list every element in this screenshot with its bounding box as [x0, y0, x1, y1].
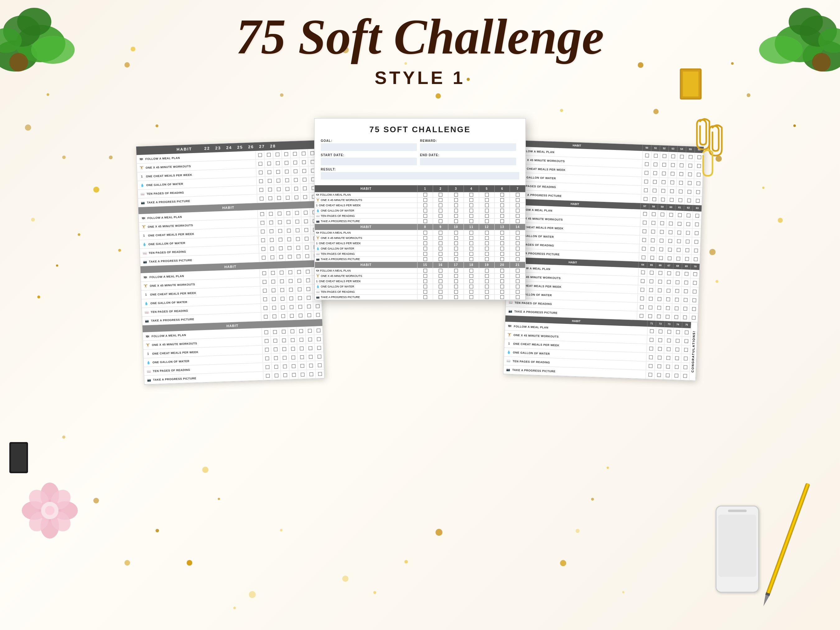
goal-field: GOAL:	[321, 139, 417, 151]
end-date-label: END DATE:	[420, 153, 516, 157]
svg-point-5	[17, 8, 51, 36]
center-row-1-3: 1ONE CHEAT MEALS PER WEEK	[315, 203, 526, 208]
plant-top-left	[0, 0, 90, 81]
center-th-1: 1	[417, 185, 433, 192]
end-date-field: END DATE:	[420, 153, 516, 165]
center-habit-1-1: 🍽FOLLOW A MEAL PLAN	[315, 192, 417, 197]
center-habit-1-2: 🏋ONE X 45 MINUTE WORKOUTS	[315, 197, 417, 203]
svg-point-6	[9, 53, 28, 71]
form-row-2: START DATE: END DATE:	[321, 153, 519, 165]
center-row-2-6: 📷TAKE A PROGRESS PICTURE	[315, 257, 526, 262]
svg-point-24	[45, 506, 54, 515]
subtitle: STYLE 1	[0, 67, 840, 88]
svg-point-10	[759, 36, 803, 64]
goal-input[interactable]	[321, 144, 417, 151]
center-section-3: HABIT 15161718192021	[315, 262, 526, 268]
form-row-3: RESULT:	[321, 168, 519, 180]
center-row-2-5: 📖TEN PAGES OF READING	[315, 251, 526, 257]
center-habit-1-5: 📖TEN PAGES OF READING	[315, 213, 417, 219]
end-date-input[interactable]	[420, 158, 516, 165]
center-title: 75 SOFT CHALLENGE	[314, 118, 526, 139]
center-row-1-6: 📷TAKE A PROGRESS PICTURE	[315, 219, 526, 224]
center-row-1-5: 📖TEN PAGES OF READING	[315, 213, 526, 219]
result-input[interactable]	[321, 172, 519, 180]
start-date-label: START DATE:	[321, 153, 417, 157]
left-document: HABIT 22 23 24 25 26 27 28 🍽FOLLOW A MEA…	[136, 140, 324, 385]
center-document: 75 SOFT CHALLENGE GOAL: REWARD: START DA…	[314, 118, 526, 300]
binder-clip-left	[6, 442, 31, 474]
svg-point-3	[31, 36, 75, 64]
form-row-1: GOAL: REWARD:	[321, 139, 519, 151]
center-th-6: 6	[494, 185, 510, 192]
center-row-1-4: 💧ONE GALLON OF WATER	[315, 208, 526, 213]
center-th-5: 5	[479, 185, 495, 192]
center-th-3: 3	[448, 185, 464, 192]
reward-label: REWARD:	[420, 139, 516, 142]
svg-rect-26	[11, 444, 27, 472]
title-area: 75 Soft Challenge STYLE 1	[0, 9, 840, 88]
binder-clip-gold	[678, 68, 703, 101]
right-document: HABIT 50 51 52 53 54 55 56 🍽FOLLOW A MEA…	[503, 140, 704, 381]
center-row-3-5: 📖TEN PAGES OF READING	[315, 289, 526, 295]
center-th-7: 7	[510, 185, 526, 192]
center-habit-1-4: 💧ONE GALLON OF WATER	[315, 208, 417, 213]
center-row-3-6: 📷TAKE A PROGRESS PICTURE	[315, 295, 526, 300]
center-row-3-2: 🏋ONE X 45 MINUTE WORKOUTS	[315, 273, 526, 279]
phone-decoration	[715, 505, 759, 593]
center-section-2: HABIT 891011121314	[315, 224, 526, 230]
start-date-input[interactable]	[321, 158, 417, 165]
paper-clips	[694, 118, 731, 182]
center-table: HABIT 1 2 3 4 5 6 7 🍽FOLLOW A MEAL PLAN	[314, 185, 526, 300]
right-last-section: HABIT 71 72 73 74 75 🍽FOLLOW A MEAL PLAN…	[504, 316, 698, 381]
center-row-1-1: 🍽FOLLOW A MEAL PLAN	[315, 192, 526, 197]
center-row-3-4: 💧ONE GALLON OF WATER	[315, 284, 526, 289]
center-row-2-4: 💧ONE GALLON OF WATER	[315, 246, 526, 251]
center-row-2-3: 1ONE CHEAT MEALS PER WEEK	[315, 241, 526, 246]
center-th-2: 2	[433, 185, 448, 192]
result-field: RESULT:	[321, 168, 519, 180]
documents-container: HABIT 22 23 24 25 26 27 28 🍽FOLLOW A MEA…	[140, 118, 700, 554]
center-th-4: 4	[464, 185, 479, 192]
center-row-2-2: 🏋ONE X 45 MINUTE WORKOUTS	[315, 235, 526, 241]
center-row-1-2: 🏋ONE X 45 MINUTE WORKOUTS	[315, 197, 526, 203]
result-label: RESULT:	[321, 168, 519, 171]
center-th-habit: HABIT	[315, 185, 417, 192]
reward-field: REWARD:	[420, 139, 516, 151]
center-row-3-1: 🍽FOLLOW A MEAL PLAN	[315, 268, 526, 273]
flower-decoration	[19, 479, 81, 543]
center-habit-1-6: 📷TAKE A PROGRESS PICTURE	[315, 219, 417, 224]
center-habit-1-3: 1ONE CHEAT MEALS PER WEEK	[315, 203, 417, 208]
center-row-3-3: 1ONE CHEAT MEALS PER WEEK	[315, 279, 526, 284]
svg-point-13	[812, 53, 831, 71]
center-row-2-1: 🍽FOLLOW A MEAL PLAN	[315, 230, 526, 235]
svg-point-12	[789, 8, 823, 36]
reward-input[interactable]	[420, 144, 516, 151]
start-date-field: START DATE:	[321, 153, 417, 165]
center-form: GOAL: REWARD: START DATE: END DATE:	[314, 139, 526, 185]
plant-top-right	[750, 0, 840, 81]
svg-rect-29	[683, 71, 698, 96]
goal-label: GOAL:	[321, 139, 417, 142]
main-title: 75 Soft Challenge	[0, 9, 840, 64]
